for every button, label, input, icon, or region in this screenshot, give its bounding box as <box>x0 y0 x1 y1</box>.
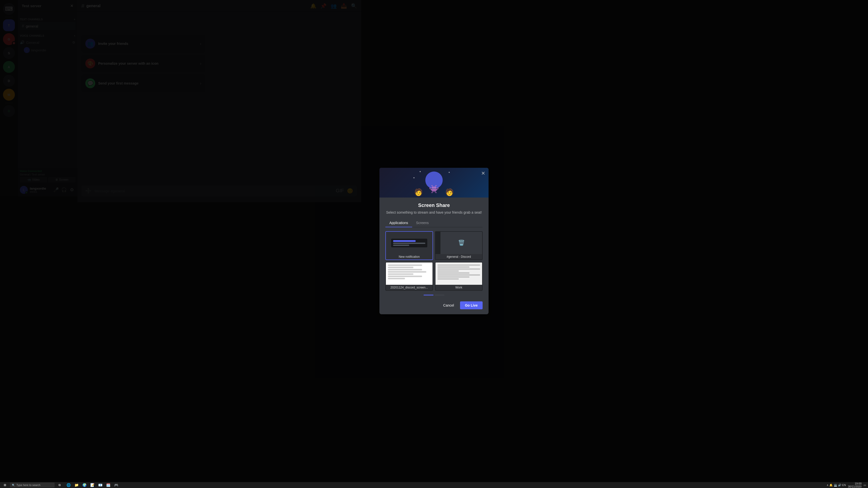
modal-overlay: ✕ ✦ ✦ ✦ 🧑 👾 🧑 Screen Share Select someth… <box>0 0 361 202</box>
